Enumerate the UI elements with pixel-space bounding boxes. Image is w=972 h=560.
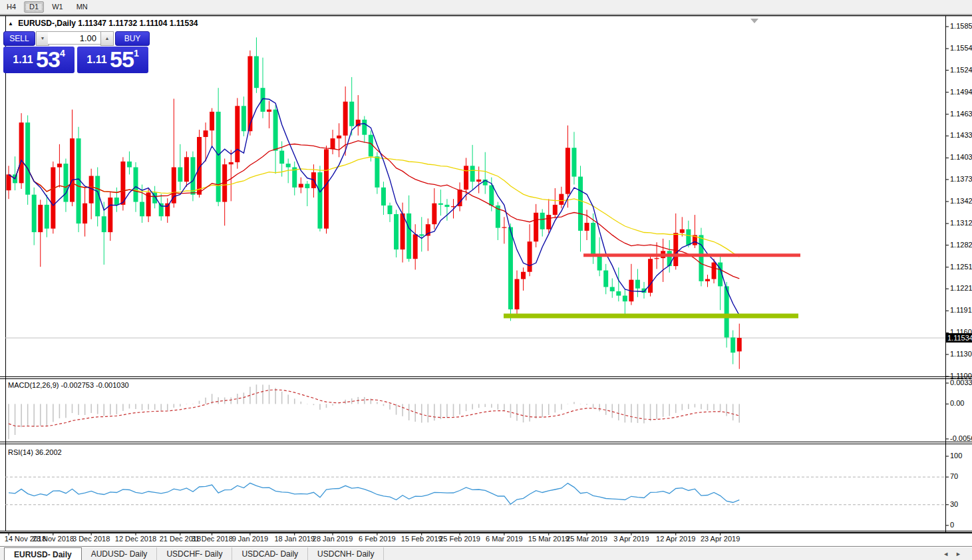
rsi-line — [9, 483, 739, 504]
candle — [89, 169, 94, 219]
candle — [629, 264, 633, 305]
sell-price-big: 53 — [36, 47, 60, 72]
macd-indicator-label: MACD(12,26,9) -0.002753 -0.001030 — [8, 381, 129, 389]
candle — [114, 188, 119, 212]
sell-quote-button[interactable]: 1.11 534 — [3, 47, 75, 73]
candle — [571, 132, 576, 184]
candle — [585, 210, 589, 240]
candle — [19, 113, 24, 189]
candle — [515, 271, 520, 316]
candle — [108, 192, 112, 241]
tab-usdcad[interactable]: USDCAD- Daily — [232, 547, 308, 560]
tab-scroll-right-icon[interactable]: ► — [955, 551, 968, 557]
ma-mid-line — [9, 141, 739, 279]
candle — [362, 116, 367, 142]
sell-button[interactable]: SELL — [3, 31, 35, 46]
candle — [184, 152, 189, 187]
price-axis-tick: 1.13730 — [950, 175, 972, 183]
tab-scroll-left-icon[interactable]: ◄ — [943, 551, 955, 557]
candle — [267, 101, 271, 128]
candle — [603, 264, 608, 295]
candle — [349, 77, 354, 136]
price-axis-tick: 1.15245 — [950, 66, 972, 74]
candle — [559, 187, 564, 209]
candle — [254, 37, 259, 93]
candle — [648, 257, 653, 297]
volume-decrease-button[interactable]: ▼ — [36, 31, 49, 46]
candle — [718, 257, 723, 310]
buy-button[interactable]: BUY — [115, 31, 150, 46]
candle — [381, 182, 386, 215]
price-axis-tick: 1.11910 — [950, 306, 972, 314]
date-axis-label: 12 Apr 2019 — [652, 535, 700, 543]
date-axis-label: 12 Dec 2018 — [112, 535, 160, 543]
candle — [292, 162, 297, 196]
tab-usdchf[interactable]: USDCHF- Daily — [157, 547, 232, 560]
candle — [616, 267, 621, 301]
macd-axis-tick: 0.00 — [950, 399, 964, 407]
buy-quote-button[interactable]: 1.11 551 — [77, 47, 148, 73]
candle — [63, 158, 68, 211]
candle — [521, 267, 526, 291]
candle — [508, 223, 513, 321]
candle — [7, 166, 11, 199]
candle — [730, 331, 735, 364]
candle — [375, 152, 379, 194]
candle — [324, 146, 329, 233]
candle — [356, 95, 361, 136]
price-axis-tick: 1.13425 — [950, 197, 972, 205]
candle — [394, 210, 399, 257]
candle — [51, 162, 55, 233]
price-axis-tick: 1.14030 — [950, 153, 972, 161]
price-axis-tick: 1.12515 — [950, 263, 972, 271]
price-axis-tick: 1.14940 — [950, 88, 972, 96]
tab-eurusd[interactable]: EURUSD- Daily — [4, 547, 82, 560]
price-axis-tick: 1.13120 — [950, 219, 972, 227]
price-axis-tick: 1.12215 — [950, 284, 972, 292]
date-axis-label: 28 Jan 2019 — [309, 535, 357, 543]
candle — [693, 215, 697, 248]
date-axis-label: 25 Mar 2019 — [563, 535, 611, 543]
candles-layer — [7, 37, 742, 368]
price-axis-tick: 1.14335 — [950, 131, 972, 139]
candle — [159, 194, 164, 221]
candle — [419, 217, 424, 251]
volume-increase-button[interactable]: ▲ — [100, 31, 114, 46]
tab-usdcnh[interactable]: USDCNH- Daily — [308, 547, 384, 560]
candle — [247, 51, 252, 136]
candle — [222, 158, 227, 225]
candle — [528, 224, 532, 276]
macd-axis-tick: -0.005663 — [950, 434, 972, 442]
price-axis-tick: 1.11305 — [950, 350, 972, 358]
candle — [534, 204, 538, 247]
volume-input[interactable] — [48, 31, 100, 45]
candle — [502, 217, 506, 243]
date-axis-label: 3 Apr 2019 — [607, 535, 655, 543]
candle — [38, 200, 43, 267]
candle — [152, 186, 157, 209]
candle — [699, 228, 703, 287]
chart-collapse-icon[interactable]: ▲ — [8, 21, 13, 27]
candle — [235, 98, 240, 168]
candle — [388, 203, 393, 222]
candle — [623, 289, 627, 317]
price-axis-tick: 1.15850 — [950, 22, 972, 30]
scroll-to-end-icon[interactable] — [750, 19, 758, 23]
candle — [546, 199, 551, 233]
tab-audusd[interactable]: AUDUSD- Daily — [82, 547, 158, 560]
chart-ohlc-values: 1.11347 1.11732 1.11104 1.11534 — [78, 19, 198, 28]
candle — [102, 202, 106, 265]
candle — [483, 152, 488, 194]
candle — [165, 198, 170, 223]
candle — [82, 188, 87, 237]
buy-price-big: 55 — [110, 47, 134, 72]
chart-title: ▲ EURUSD-,Daily 1.11347 1.11732 1.11104 … — [8, 19, 198, 28]
candle — [444, 199, 449, 221]
candle — [432, 188, 436, 229]
macd-signal-line — [9, 390, 739, 426]
candle — [127, 152, 132, 175]
candle — [210, 108, 214, 148]
date-axis-label: 25 Feb 2019 — [436, 535, 484, 543]
candle — [242, 96, 246, 136]
chart-canvas[interactable] — [0, 0, 972, 560]
